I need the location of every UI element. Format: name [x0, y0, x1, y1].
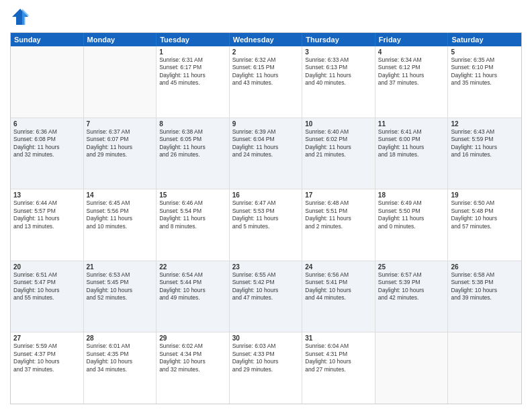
cell-info-line: and 13 minutes. — [13, 223, 81, 230]
day-number: 11 — [378, 120, 445, 128]
cell-info-line: Daylight: 11 hours — [378, 215, 445, 222]
day-number: 3 — [305, 48, 372, 56]
cell-info-line: Sunrise: 6:35 AM — [451, 56, 519, 64]
cell-info-line: Sunrise: 6:57 AM — [378, 271, 445, 279]
calendar-cell-2-5: 18Sunrise: 6:49 AMSunset: 5:50 PMDayligh… — [375, 189, 449, 261]
cell-info-line: Sunrise: 6:01 AM — [87, 342, 154, 350]
calendar-cell-2-2: 15Sunrise: 6:46 AMSunset: 5:54 PMDayligh… — [157, 189, 230, 261]
cell-info-line: and 29 minutes. — [232, 366, 300, 373]
cell-info-line: and 26 minutes. — [159, 151, 226, 158]
cell-info-line: Sunrise: 6:33 AM — [305, 56, 372, 64]
calendar-cell-3-4: 24Sunrise: 6:56 AMSunset: 5:41 PMDayligh… — [302, 261, 375, 332]
day-number: 25 — [378, 263, 445, 271]
cell-info-line: and 37 minutes. — [378, 79, 445, 87]
logo-icon — [10, 7, 30, 27]
cell-info-line: Sunset: 6:08 PM — [13, 136, 81, 143]
page: SundayMondayTuesdayWednesdayThursdayFrid… — [0, 0, 532, 411]
cell-info-line: and 47 minutes. — [232, 294, 300, 302]
cell-info-line: Sunset: 5:41 PM — [305, 279, 372, 286]
day-number: 9 — [232, 120, 300, 128]
day-number: 30 — [232, 334, 300, 342]
cell-info-line: and 2 minutes. — [305, 223, 372, 230]
cell-info-line: Sunset: 4:31 PM — [305, 351, 372, 358]
cell-info-line: Daylight: 10 hours — [159, 287, 226, 294]
cell-info-line: Daylight: 11 hours — [13, 144, 81, 151]
cell-info-line: Sunrise: 6:50 AM — [451, 199, 519, 207]
calendar-cell-0-2: 1Sunrise: 6:31 AMSunset: 6:17 PMDaylight… — [157, 46, 230, 118]
cell-info-line: and 43 minutes. — [232, 79, 300, 87]
cell-info-line: Sunset: 5:38 PM — [451, 279, 519, 286]
cell-info-line: and 39 minutes. — [451, 294, 519, 302]
cell-info-line: and 35 minutes. — [451, 79, 519, 87]
cell-info-line: Daylight: 10 hours — [13, 287, 81, 294]
cell-info-line: Sunrise: 6:45 AM — [87, 199, 154, 207]
calendar-cell-3-0: 20Sunrise: 6:51 AMSunset: 5:47 PMDayligh… — [11, 261, 84, 332]
calendar-cell-0-5: 4Sunrise: 6:34 AMSunset: 6:12 PMDaylight… — [375, 46, 449, 118]
day-number: 15 — [159, 191, 226, 199]
day-number: 17 — [305, 191, 372, 199]
cell-info-line: and 8 minutes. — [159, 223, 226, 230]
cell-info-line: and 0 minutes. — [378, 223, 445, 230]
cell-info-line: Sunrise: 6:58 AM — [451, 271, 519, 279]
cell-info-line: Sunset: 6:12 PM — [378, 64, 445, 71]
cell-info-line: Daylight: 10 hours — [87, 358, 154, 365]
cell-info-line: and 32 minutes. — [159, 366, 226, 373]
cell-info-line: Sunrise: 6:48 AM — [305, 199, 372, 207]
cell-info-line: and 24 minutes. — [232, 151, 300, 158]
cell-info-line: Daylight: 11 hours — [451, 144, 519, 151]
cell-info-line: Sunset: 6:13 PM — [305, 64, 372, 71]
calendar-cell-4-0: 27Sunrise: 5:59 AMSunset: 4:37 PMDayligh… — [11, 332, 84, 404]
calendar-body: 1Sunrise: 6:31 AMSunset: 6:17 PMDaylight… — [11, 46, 521, 404]
day-number: 6 — [13, 120, 81, 128]
cell-info-line: Daylight: 10 hours — [232, 358, 300, 365]
cell-info-line: Sunrise: 6:56 AM — [305, 271, 372, 279]
cell-info-line: Daylight: 10 hours — [305, 358, 372, 365]
header-day-saturday: Saturday — [448, 33, 521, 46]
calendar-cell-1-0: 6Sunrise: 6:36 AMSunset: 6:08 PMDaylight… — [11, 118, 84, 189]
calendar-row-1: 6Sunrise: 6:36 AMSunset: 6:08 PMDaylight… — [11, 118, 521, 189]
cell-info-line: Sunrise: 6:31 AM — [159, 56, 226, 64]
cell-info-line: Daylight: 10 hours — [87, 287, 154, 294]
cell-info-line: Sunrise: 6:47 AM — [232, 199, 300, 207]
cell-info-line: Sunset: 6:02 PM — [305, 136, 372, 143]
cell-info-line: Daylight: 11 hours — [232, 144, 300, 151]
cell-info-line: and 29 minutes. — [87, 151, 154, 158]
cell-info-line: Daylight: 11 hours — [305, 144, 372, 151]
cell-info-line: Sunrise: 6:40 AM — [305, 128, 372, 136]
calendar-cell-2-3: 16Sunrise: 6:47 AMSunset: 5:53 PMDayligh… — [230, 189, 303, 261]
cell-info-line: Sunrise: 5:59 AM — [13, 342, 81, 350]
cell-info-line: Sunset: 5:53 PM — [232, 208, 300, 215]
cell-info-line: and 45 minutes. — [159, 79, 226, 87]
day-number: 23 — [232, 263, 300, 271]
calendar-cell-3-5: 25Sunrise: 6:57 AMSunset: 5:39 PMDayligh… — [375, 261, 449, 332]
header-day-sunday: Sunday — [11, 33, 84, 46]
day-number: 7 — [87, 120, 154, 128]
calendar-row-4: 27Sunrise: 5:59 AMSunset: 4:37 PMDayligh… — [11, 332, 521, 404]
calendar-cell-2-6: 19Sunrise: 6:50 AMSunset: 5:48 PMDayligh… — [448, 189, 521, 261]
cell-info-line: Daylight: 11 hours — [305, 215, 372, 222]
cell-info-line: Daylight: 11 hours — [87, 215, 154, 222]
day-number: 1 — [159, 48, 226, 56]
cell-info-line: Sunrise: 6:02 AM — [159, 342, 226, 350]
header-day-friday: Friday — [375, 33, 449, 46]
calendar-cell-4-1: 28Sunrise: 6:01 AMSunset: 4:35 PMDayligh… — [84, 332, 157, 404]
cell-info-line: Daylight: 11 hours — [378, 144, 445, 151]
calendar-cell-4-6 — [448, 332, 521, 404]
cell-info-line: Sunset: 5:45 PM — [87, 279, 154, 286]
cell-info-line: and 16 minutes. — [451, 151, 519, 158]
day-number: 5 — [451, 48, 519, 56]
cell-info-line: Sunset: 5:44 PM — [159, 279, 226, 286]
day-number: 8 — [159, 120, 226, 128]
cell-info-line: Sunrise: 6:46 AM — [159, 199, 226, 207]
calendar-row-3: 20Sunrise: 6:51 AMSunset: 5:47 PMDayligh… — [11, 261, 521, 332]
cell-info-line: and 32 minutes. — [13, 151, 81, 158]
cell-info-line: Sunrise: 6:44 AM — [13, 199, 81, 207]
cell-info-line: and 44 minutes. — [305, 294, 372, 302]
cell-info-line: and 55 minutes. — [13, 294, 81, 302]
cell-info-line: Daylight: 11 hours — [159, 215, 226, 222]
calendar-cell-3-6: 26Sunrise: 6:58 AMSunset: 5:38 PMDayligh… — [448, 261, 521, 332]
calendar-cell-3-1: 21Sunrise: 6:53 AMSunset: 5:45 PMDayligh… — [84, 261, 157, 332]
day-number: 27 — [13, 334, 81, 342]
calendar-cell-1-4: 10Sunrise: 6:40 AMSunset: 6:02 PMDayligh… — [302, 118, 375, 189]
calendar-cell-1-1: 7Sunrise: 6:37 AMSunset: 6:07 PMDaylight… — [84, 118, 157, 189]
